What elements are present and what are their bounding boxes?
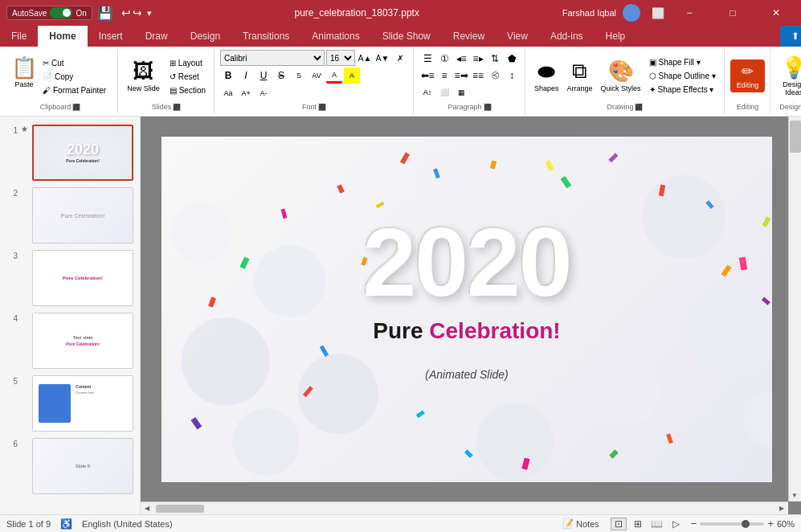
minimize-button[interactable]: − xyxy=(671,0,708,26)
editing-button[interactable]: ✏ Editing xyxy=(730,59,766,92)
tab-file[interactable]: File xyxy=(0,26,38,47)
zoom-slider[interactable] xyxy=(700,522,764,526)
tab-draw[interactable]: Draw xyxy=(134,26,179,47)
font-row-3: Aa A+ A- xyxy=(220,85,408,101)
text-case-btn[interactable]: Aa xyxy=(220,85,236,101)
shape-effects-btn[interactable]: ✦Shape Effects ▾ xyxy=(646,84,719,96)
scroll-track-horizontal xyxy=(153,502,775,514)
copy-button[interactable]: 📄 Copy xyxy=(39,71,109,83)
justify-btn[interactable]: ≡≡ xyxy=(470,68,486,84)
share-button[interactable]: ⬆ Share xyxy=(780,26,801,47)
zoom-out-icon[interactable]: − xyxy=(691,518,697,530)
zoom-slider-thumb xyxy=(742,520,750,528)
shadow-btn[interactable]: S xyxy=(291,68,307,84)
clear-format-btn[interactable]: ✗ xyxy=(392,50,408,66)
font-size-select[interactable]: 16 xyxy=(326,50,355,66)
scroll-down-arrow[interactable]: ▼ xyxy=(789,489,800,501)
undo-icon[interactable]: ↩ xyxy=(121,6,131,19)
maximize-button[interactable]: □ xyxy=(714,0,751,26)
cut-button[interactable]: ✂ Cut xyxy=(39,57,109,69)
save-icon[interactable]: 💾 xyxy=(97,6,113,21)
slide-item-2[interactable]: 2 Pure Celebration! xyxy=(5,186,135,245)
font-expand-icon[interactable]: ⬛ xyxy=(318,104,326,111)
close-button[interactable]: ✕ xyxy=(758,0,795,26)
slide-item-5[interactable]: 5 Content Content here xyxy=(5,374,135,433)
canvas-scrollbar-vertical: ▲ ▼ xyxy=(788,117,801,501)
text-size-dec2[interactable]: A- xyxy=(255,85,272,101)
italic-button[interactable]: I xyxy=(238,68,254,84)
autosave-toggle[interactable] xyxy=(50,7,72,18)
notes-button[interactable]: 📝 Notes xyxy=(558,517,604,530)
zoom-in-icon[interactable]: + xyxy=(767,518,774,530)
slide-item-4[interactable]: 4 Text slide Pure Celebration! xyxy=(5,311,135,370)
line-spacing-btn[interactable]: ↕ xyxy=(504,68,520,84)
shape-fill-btn[interactable]: ▣Shape Fill ▾ xyxy=(646,56,719,68)
strikethrough-button[interactable]: S xyxy=(273,68,289,84)
font-color-btn[interactable]: A xyxy=(326,68,342,84)
text-size-inc2[interactable]: A+ xyxy=(238,85,254,101)
align-center-btn[interactable]: ≡ xyxy=(436,68,452,84)
decrease-font-btn[interactable]: A▼ xyxy=(374,50,390,66)
format-painter-button[interactable]: 🖌 Format Painter xyxy=(39,84,109,96)
scroll-left-arrow[interactable]: ◀ xyxy=(141,502,153,515)
quick-styles-button[interactable]: 🎨 Quick Styles xyxy=(598,57,644,94)
paste-button[interactable]: 📋 Paste ✂ Cut 📄 Copy xyxy=(8,54,112,98)
tab-slideshow[interactable]: Slide Show xyxy=(371,26,442,47)
scroll-right-arrow[interactable]: ▶ xyxy=(775,502,788,515)
tab-design[interactable]: Design xyxy=(179,26,231,47)
tab-insert[interactable]: Insert xyxy=(88,26,134,47)
reading-view-button[interactable]: 📖 xyxy=(649,518,665,530)
tab-help[interactable]: Help xyxy=(595,26,637,47)
slide-6-content: Slide 6 xyxy=(76,464,90,469)
align-right-btn[interactable]: ≡➡ xyxy=(453,68,469,84)
highlight-btn[interactable]: A xyxy=(344,68,360,84)
arrange-button[interactable]: ⧉ Arrange xyxy=(564,57,596,94)
tab-home[interactable]: Home xyxy=(38,26,87,47)
design-ideas-button[interactable]: 💡 Design Ideas xyxy=(776,54,801,98)
underline-button[interactable]: U xyxy=(255,68,272,84)
slide-item-1[interactable]: 1 ★ 2020 Pure Celebration! xyxy=(5,123,135,182)
slide-item-3[interactable]: 3 Pure Celebration! xyxy=(5,248,135,308)
slide-sorter-button[interactable]: ⊞ xyxy=(630,518,646,530)
tab-transitions[interactable]: Transitions xyxy=(231,26,300,47)
scroll-thumb-vertical[interactable] xyxy=(790,121,801,153)
slideshow-view-button[interactable]: ▷ xyxy=(668,518,685,530)
char-spacing-btn[interactable]: AV xyxy=(309,68,325,84)
text-shadow-btn[interactable]: A↕ xyxy=(419,84,435,100)
bullets-btn[interactable]: ☰ xyxy=(419,51,435,67)
decrease-indent-btn[interactable]: ◂≡ xyxy=(453,51,469,67)
shape-outline-btn[interactable]: ⬡Shape Outline ▾ xyxy=(646,70,719,82)
shapes-button[interactable]: ⬬ Shapes xyxy=(531,57,562,94)
tab-view[interactable]: View xyxy=(496,26,539,47)
slides-expand-icon[interactable]: ⬛ xyxy=(173,104,181,111)
new-slide-button[interactable]: 🖼 New Slide xyxy=(124,57,163,94)
text-direction-btn[interactable]: ⇅ xyxy=(487,51,503,67)
para-bg-btn[interactable]: ▦ xyxy=(453,84,469,100)
reset-button[interactable]: ↺Reset xyxy=(166,71,209,83)
normal-view-button[interactable]: ⊡ xyxy=(611,518,627,530)
accessibility-icon[interactable]: ♿ xyxy=(60,518,72,530)
drawing-expand-icon[interactable]: ⬛ xyxy=(635,104,643,111)
convert-to-smartart-btn[interactable]: ⬟ xyxy=(504,51,520,67)
para-expand-icon[interactable]: ⬛ xyxy=(484,104,492,111)
increase-font-btn[interactable]: A▲ xyxy=(357,50,373,66)
tab-review[interactable]: Review xyxy=(442,26,496,47)
layout-button[interactable]: ⊞Layout xyxy=(166,57,209,69)
ribbon-display-btn[interactable]: ⬜ xyxy=(652,7,664,19)
tab-animations[interactable]: Animations xyxy=(300,26,370,47)
para-color-btn[interactable]: ⬜ xyxy=(436,84,452,100)
autosave-badge[interactable]: AutoSave On xyxy=(6,6,92,20)
bold-button[interactable]: B xyxy=(220,68,236,84)
section-button[interactable]: ▤Section xyxy=(166,84,209,96)
main-slide[interactable]: 2020 Pure Celebration! (Animated Slide) xyxy=(161,137,772,482)
numbering-btn[interactable]: ① xyxy=(436,51,452,67)
increase-indent-btn[interactable]: ≡▸ xyxy=(470,51,486,67)
slide-item-6[interactable]: 6 Slide 6 xyxy=(5,436,135,496)
scroll-thumb-horizontal[interactable] xyxy=(156,505,204,513)
columns-btn[interactable]: ⧀ xyxy=(487,68,503,84)
align-left-btn[interactable]: ⬅≡ xyxy=(419,68,435,84)
font-family-select[interactable]: Calibri xyxy=(220,50,325,66)
tab-addins[interactable]: Add-ins xyxy=(539,26,595,47)
clipboard-expand-icon[interactable]: ⬛ xyxy=(72,104,80,111)
redo-icon[interactable]: ↪ xyxy=(133,6,142,19)
